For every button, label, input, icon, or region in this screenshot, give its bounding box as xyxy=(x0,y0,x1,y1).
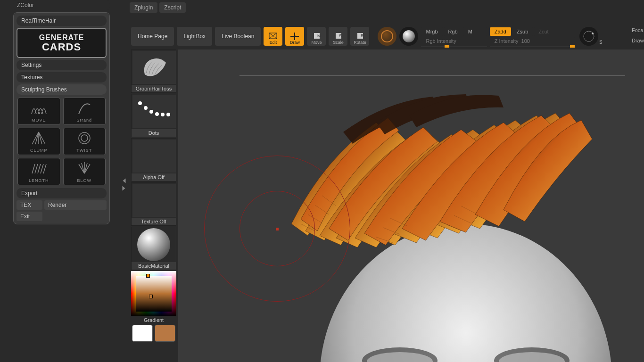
color-marker-outer xyxy=(146,274,150,278)
gradient-label[interactable]: Gradient xyxy=(131,316,176,324)
textures-header[interactable]: Textures xyxy=(17,72,107,82)
svg-point-9 xyxy=(592,33,594,34)
texture-thumbnail xyxy=(132,184,176,217)
zadd-button[interactable]: Zadd xyxy=(490,27,511,36)
liveboolean-button[interactable]: Live Boolean xyxy=(215,27,261,46)
brush-twist[interactable]: TWIST xyxy=(63,128,106,155)
edit-icon xyxy=(268,32,278,41)
zsub-button[interactable]: Zsub xyxy=(512,27,533,36)
color-picker[interactable]: Gradient xyxy=(131,271,176,343)
dial-icon xyxy=(582,30,595,43)
menu-zplugin[interactable]: Zplugin xyxy=(130,2,157,13)
scale-icon: S xyxy=(333,32,343,41)
brush-picker[interactable]: GroomHairToss xyxy=(131,49,176,93)
clump-icon xyxy=(29,131,48,145)
top-toolbar: Home Page LightBox Live Boolean Edit Dra… xyxy=(131,26,644,47)
alpha-picker[interactable]: Alpha Off xyxy=(131,138,176,181)
rgb-button[interactable]: Rgb xyxy=(444,27,462,36)
brush-clump[interactable]: CLUMP xyxy=(17,128,60,155)
generate-cards-button[interactable]: GENERATE CARDS xyxy=(17,28,107,58)
material-picker[interactable]: BasicMaterial xyxy=(131,227,176,270)
scale-mode-button[interactable]: S Scale xyxy=(329,27,347,46)
svg-text:M: M xyxy=(317,33,321,38)
focal-label[interactable]: Foca xyxy=(630,26,644,34)
settings-header[interactable]: Settings xyxy=(17,60,107,70)
move-icon xyxy=(29,101,48,115)
draw-label[interactable]: Draw xyxy=(630,36,644,45)
generate-l2: CARDS xyxy=(22,42,101,52)
focal-dial[interactable]: S xyxy=(579,27,598,46)
color-marker-inner xyxy=(149,295,153,298)
material-label: BasicMaterial xyxy=(132,262,176,270)
sphere-icon xyxy=(381,30,393,42)
brush-blow[interactable]: BLOW xyxy=(63,158,106,185)
move-mode-button[interactable]: M Move xyxy=(307,27,326,46)
svg-point-1 xyxy=(294,35,296,37)
edit-mode-button[interactable]: Edit xyxy=(264,27,282,46)
svg-text:R: R xyxy=(361,33,364,38)
svg-point-10 xyxy=(320,224,612,362)
texture-picker[interactable]: Texture Off xyxy=(131,182,176,226)
draw-mode-button[interactable]: Draw xyxy=(285,27,304,46)
material-preview-a[interactable] xyxy=(378,27,396,46)
sculpting-header[interactable]: Sculpting Brushes xyxy=(17,84,107,95)
sphere-icon xyxy=(403,30,415,42)
svg-text:S: S xyxy=(339,33,342,38)
material-thumbnail xyxy=(137,228,170,261)
panel-drag-handle[interactable] xyxy=(122,179,126,190)
zcut-button[interactable]: Zcut xyxy=(534,27,553,36)
render-button[interactable]: Render xyxy=(44,200,107,210)
move-icon: M xyxy=(311,32,322,41)
strand-icon xyxy=(75,101,94,115)
chevron-left-icon xyxy=(123,179,126,183)
material-preview-b[interactable] xyxy=(399,27,418,46)
brush-length[interactable]: LENGTH xyxy=(17,158,60,185)
rotate-mode-button[interactable]: R Rotate xyxy=(350,27,369,46)
stroke-picker[interactable]: Dots xyxy=(131,94,176,137)
stroke-label: Dots xyxy=(132,129,176,137)
chevron-right-icon xyxy=(123,186,126,191)
blow-icon xyxy=(75,161,94,175)
draw-icon xyxy=(289,32,300,41)
viewport-3d[interactable] xyxy=(178,49,644,362)
brush-strand[interactable]: Strand xyxy=(63,98,106,125)
lightbox-button[interactable]: LightBox xyxy=(177,27,212,46)
home-button[interactable]: Home Page xyxy=(131,27,174,46)
brush-label: GroomHairToss xyxy=(132,85,176,92)
rotate-icon: R xyxy=(355,32,365,41)
swatch-secondary[interactable] xyxy=(155,325,175,342)
tex-button[interactable]: TEX xyxy=(17,200,42,210)
twist-icon xyxy=(75,131,94,145)
length-icon xyxy=(29,161,48,175)
plugin-title[interactable]: RealTimeHair xyxy=(17,16,107,26)
m-button[interactable]: M xyxy=(463,27,487,36)
zcolor-header[interactable]: ZColor xyxy=(13,0,110,10)
menu-zscript[interactable]: Zscript xyxy=(159,2,186,13)
mrgb-button[interactable]: Mrgb xyxy=(421,27,442,36)
swatch-primary[interactable] xyxy=(132,325,153,342)
alpha-thumbnail xyxy=(132,140,176,173)
alpha-label: Alpha Off xyxy=(132,173,176,181)
export-header[interactable]: Export xyxy=(17,188,107,198)
brush-move[interactable]: MOVE xyxy=(17,98,60,125)
texture-label: Texture Off xyxy=(132,218,176,225)
rgb-intensity-slider[interactable]: Rgb Intensity xyxy=(421,37,487,45)
plugin-frame: RealTimeHair GENERATE CARDS Settings Tex… xyxy=(13,12,110,224)
color-swatch-area[interactable] xyxy=(131,271,176,316)
brush-center-dot xyxy=(276,228,279,230)
z-intensity-slider[interactable]: Z Intensity 100 xyxy=(490,37,575,45)
brush-thumbnail xyxy=(132,51,176,84)
stroke-thumbnail xyxy=(132,95,176,128)
exit-button[interactable]: Exit xyxy=(17,212,42,221)
